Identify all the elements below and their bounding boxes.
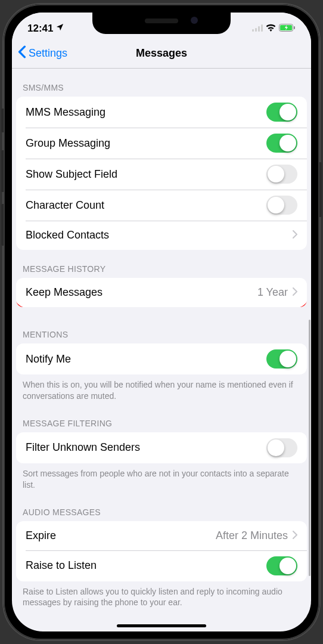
section-footer-filtering: Sort messages from people who are not in… — [12, 463, 311, 493]
group-mentions: Notify Me — [16, 343, 307, 374]
cell-label: Raise to Listen — [26, 559, 266, 572]
section-footer-audio: Raise to Listen allows you to quickly li… — [12, 581, 311, 611]
chevron-right-icon — [293, 229, 297, 242]
cell-label: Show Subject Field — [26, 168, 266, 181]
chevron-right-icon — [293, 530, 297, 542]
row-character-count[interactable]: Character Count — [16, 190, 307, 221]
group-audio: Expire After 2 Minutes Raise to Listen — [16, 521, 307, 581]
switch-subject[interactable] — [266, 165, 297, 184]
row-group-messaging[interactable]: Group Messaging — [16, 128, 307, 159]
phone-frame: 12:41 Se — [4, 4, 319, 640]
svg-rect-0 — [252, 29, 254, 32]
section-header-history: MESSAGE HISTORY — [12, 250, 311, 278]
signal-icon — [252, 23, 263, 35]
group-history: Keep Messages 1 Year — [16, 278, 307, 307]
row-show-subject-field[interactable]: Show Subject Field — [16, 159, 307, 190]
back-label: Settings — [29, 47, 67, 60]
section-header-mentions: MENTIONS — [12, 307, 311, 343]
switch-group[interactable] — [266, 134, 297, 153]
section-footer-mentions: When this is on, you will be notified wh… — [12, 374, 311, 404]
cell-label: Filter Unknown Senders — [26, 441, 266, 454]
switch-raise[interactable] — [266, 556, 297, 575]
svg-rect-2 — [258, 26, 260, 32]
row-filter-unknown[interactable]: Filter Unknown Senders — [16, 432, 307, 463]
group-sms: MMS Messaging Group Messaging Show Subje… — [16, 97, 307, 250]
cell-value: After 2 Minutes — [216, 530, 288, 542]
nav-bar: Settings Messages — [12, 39, 311, 69]
cell-label: Notify Me — [26, 353, 266, 366]
home-indicator[interactable] — [117, 624, 206, 627]
switch-filter[interactable] — [266, 438, 297, 457]
section-header-audio: AUDIO MESSAGES — [12, 493, 311, 521]
svg-rect-6 — [294, 26, 295, 29]
content-scroll[interactable]: SMS/MMS MMS Messaging Group Messaging Sh… — [12, 69, 311, 626]
row-notify-me[interactable]: Notify Me — [16, 343, 307, 374]
chevron-right-icon — [293, 286, 297, 299]
back-button[interactable]: Settings — [18, 45, 67, 61]
row-keep-messages[interactable]: Keep Messages 1 Year — [16, 278, 307, 307]
screen: 12:41 Se — [12, 13, 311, 631]
section-header-filtering: MESSAGE FILTERING — [12, 404, 311, 432]
row-mms-messaging[interactable]: MMS Messaging — [16, 97, 307, 128]
switch-mms[interactable] — [266, 103, 297, 122]
status-time: 12:41 — [27, 23, 53, 35]
svg-rect-1 — [255, 28, 257, 32]
cell-value: 1 Year — [257, 286, 288, 299]
switch-char[interactable] — [266, 196, 297, 215]
wifi-icon — [266, 23, 276, 35]
switch-notify[interactable] — [266, 349, 297, 369]
notch — [92, 13, 231, 34]
cell-label: Keep Messages — [26, 286, 257, 299]
cell-label: MMS Messaging — [26, 106, 266, 119]
cell-label: Character Count — [26, 199, 266, 212]
cell-label: Expire — [26, 530, 216, 542]
group-filtering: Filter Unknown Senders — [16, 432, 307, 463]
cell-label: Blocked Contacts — [26, 229, 293, 242]
row-blocked-contacts[interactable]: Blocked Contacts — [16, 221, 307, 250]
scroll-indicator — [309, 320, 310, 576]
row-expire[interactable]: Expire After 2 Minutes — [16, 521, 307, 550]
battery-icon — [279, 23, 296, 35]
svg-rect-3 — [261, 24, 263, 32]
chevron-left-icon — [18, 45, 26, 61]
cell-label: Group Messaging — [26, 137, 266, 150]
section-header-sms: SMS/MMS — [12, 69, 311, 97]
location-icon — [55, 23, 64, 35]
row-raise-to-listen[interactable]: Raise to Listen — [16, 550, 307, 581]
